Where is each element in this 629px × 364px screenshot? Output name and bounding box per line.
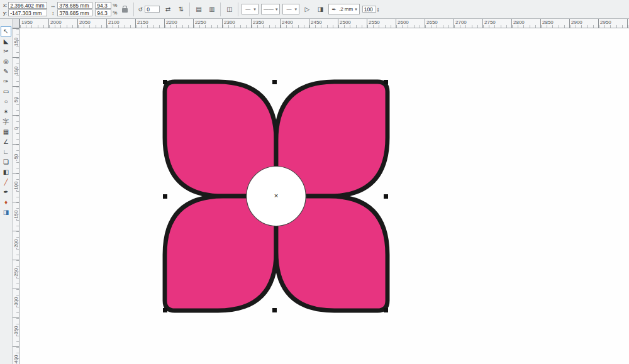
- size-fields: ↔ 378.685 mm ↕ 378.685 mm: [50, 2, 92, 16]
- scale-y-input[interactable]: 94.3: [95, 9, 111, 16]
- rectangle-tool-button[interactable]: ▭: [1, 87, 11, 97]
- polygon-icon: ✶: [3, 109, 8, 115]
- group-button[interactable]: ▥: [206, 4, 217, 14]
- ruler-label: 2750: [484, 19, 496, 25]
- height-input[interactable]: 378.685 mm: [57, 9, 92, 16]
- freehand-tool-button[interactable]: ✎: [1, 67, 11, 77]
- ruler-label: -50: [13, 149, 19, 167]
- wrap-text-icon: ◨: [318, 6, 323, 13]
- chevron-down-icon: ▾: [253, 7, 256, 12]
- ruler-label: -200: [13, 236, 19, 253]
- arrow-end-combo[interactable]: — ▾: [282, 4, 299, 14]
- fill-tool-button[interactable]: ♦: [1, 197, 11, 207]
- outline-width-combo[interactable]: ✒ .2 mm ▾: [328, 4, 360, 14]
- ungroup-button[interactable]: ◫: [224, 4, 235, 14]
- y-label: y:: [3, 10, 7, 16]
- text-icon: 字: [3, 119, 9, 125]
- position-fields: x: 2,396.402 mm y: -147.303 mm: [3, 2, 47, 16]
- shape-tool-button[interactable]: ◣: [1, 36, 11, 47]
- ruler-segment: 2200: [164, 19, 193, 28]
- ruler-segment: 1950: [19, 19, 48, 28]
- shape-node-icon: ◣: [4, 38, 9, 45]
- connector-tool-button[interactable]: ∟: [1, 147, 11, 157]
- selection-handle-se[interactable]: [384, 308, 388, 312]
- scale-lock-button[interactable]: [120, 4, 130, 15]
- order-button[interactable]: ▤: [193, 4, 204, 14]
- ruler-segment: 2350: [251, 19, 280, 28]
- artistic-media-tool-button[interactable]: ✑: [1, 77, 11, 87]
- dimension-icon: ∠: [3, 139, 9, 145]
- width-input[interactable]: 378.685 mm: [57, 2, 92, 9]
- separator: [133, 3, 134, 16]
- outline-pen-tool-button[interactable]: ✒: [1, 187, 11, 197]
- outline-width-value: .2 mm: [339, 6, 353, 12]
- table-tool-button[interactable]: ▦: [1, 127, 11, 137]
- ellipse-tool-button[interactable]: ○: [1, 97, 11, 107]
- group-icon: ▥: [209, 6, 214, 13]
- crop-scissors-icon: ✂: [3, 48, 8, 55]
- pick-tool-button[interactable]: ↖: [1, 26, 11, 36]
- dimension-tool-button[interactable]: ∠: [1, 137, 11, 147]
- selection-handle-s[interactable]: [272, 308, 277, 312]
- ruler-segment: 0: [13, 115, 19, 144]
- horizontal-ruler[interactable]: 1950 2000 2050 2100 2150 2200 2250: [19, 19, 629, 28]
- ruler-segment: 2900: [569, 19, 598, 28]
- text-tool-button[interactable]: 字: [1, 117, 11, 127]
- ruler-segment: 2050: [77, 19, 106, 28]
- eyedropper-tool-button[interactable]: ╱: [1, 177, 11, 187]
- arrow-start-combo[interactable]: — ▾: [242, 4, 259, 14]
- app-window: x: 2,396.402 mm y: -147.303 mm ↔ 378.685…: [0, 0, 629, 364]
- interactive-fill-tool-button[interactable]: ◨: [1, 207, 11, 218]
- ruler-segment: 2950: [598, 19, 627, 28]
- ruler-label: -350: [13, 323, 19, 340]
- misc-field: 100 ▴ ▾: [362, 6, 379, 13]
- transparency-tool-button[interactable]: ◧: [1, 167, 11, 177]
- ruler-label: 2850: [542, 19, 554, 25]
- connector-icon: ∟: [3, 149, 9, 155]
- scale-x-input[interactable]: 94.3: [95, 2, 111, 9]
- wrap-text-button[interactable]: ◨: [315, 4, 326, 14]
- ruler-segment: -100: [13, 173, 19, 202]
- ruler-label: 2250: [195, 19, 206, 25]
- fill-icon: ♦: [4, 199, 8, 206]
- selection-handle-ne[interactable]: [384, 80, 388, 84]
- ruler-segment: 50: [13, 86, 19, 115]
- chevron-down-icon: ▾: [355, 7, 357, 12]
- rectangle-icon: ▭: [3, 89, 9, 95]
- ruler-segment: 2800: [511, 19, 540, 28]
- crop-tool-button[interactable]: ✂: [1, 47, 11, 57]
- rotation-input[interactable]: 0: [145, 6, 160, 13]
- canvas[interactable]: ×: [19, 28, 629, 364]
- percent-label: %: [113, 3, 117, 8]
- mirror-horizontal-button[interactable]: ⇄: [162, 4, 173, 14]
- selection-handle-e[interactable]: [384, 194, 388, 199]
- selection-handle-w[interactable]: [163, 194, 167, 199]
- toolbox: ↖ ◣ ✂ ◎ ✎ ✑ ▭: [0, 19, 13, 364]
- ruler-segment: 2400: [280, 19, 309, 28]
- spinner-down-icon[interactable]: ▾: [377, 9, 379, 12]
- selection-handle-n[interactable]: [272, 80, 277, 84]
- ruler-label: 2550: [369, 19, 380, 25]
- height-icon: ↕: [50, 10, 56, 16]
- vertical-ruler[interactable]: 150 100 50 0 -50 -100 -150: [13, 28, 19, 364]
- y-position-input[interactable]: -147.303 mm: [8, 9, 47, 16]
- ruler-segment: 100: [13, 57, 19, 86]
- x-position-input[interactable]: 2,396.402 mm: [8, 2, 47, 9]
- mirror-vertical-button[interactable]: ⇅: [175, 4, 186, 14]
- drop-shadow-tool-button[interactable]: ❏: [1, 157, 11, 167]
- misc-value-input[interactable]: 100: [362, 6, 376, 13]
- zoom-tool-button[interactable]: ◎: [1, 57, 11, 67]
- ruler-segment: 2500: [338, 19, 367, 28]
- ruler-origin[interactable]: [13, 19, 19, 28]
- selection-handle-sw[interactable]: [163, 308, 167, 312]
- line-style-combo[interactable]: —— ▾: [261, 4, 281, 14]
- polygon-tool-button[interactable]: ✶: [1, 107, 11, 117]
- selection-handle-nw[interactable]: [163, 80, 167, 84]
- spinner[interactable]: ▴ ▾: [377, 7, 379, 12]
- ruler-segment: 2150: [135, 19, 164, 28]
- flow-arrow-button[interactable]: ▷: [302, 4, 313, 14]
- mirror-horizontal-icon: ⇄: [165, 6, 170, 13]
- chevron-down-icon: ▾: [294, 7, 297, 12]
- ruler-label: 100: [13, 62, 19, 80]
- selection-center-marker: ×: [272, 192, 281, 199]
